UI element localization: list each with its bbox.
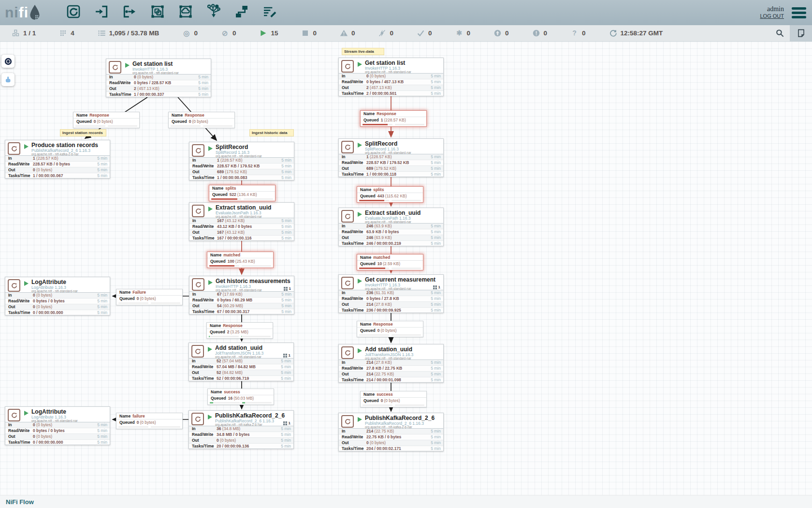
processor-type-icon (341, 277, 354, 289)
template-toolbar-button[interactable] (234, 5, 249, 20)
stat-row-out: Out 689 (179.52 KB) 5 min (189, 169, 294, 175)
stat-row-out: Out 0 (0 bytes) 5 min (339, 440, 443, 446)
object-threshold-bar (118, 426, 148, 428)
stat-row-in: In 1 (228.57 KB) 5 min (5, 156, 110, 162)
stat-row-tasks-time: Tasks/Time 1 / 00:00:00.337 5 min (106, 92, 211, 98)
funnel-toolbar-button[interactable] (206, 5, 221, 20)
processor-add-station-uuid[interactable]: Add station_uuid JoltTransformJSON 1.16.… (188, 343, 294, 381)
connection-queued-row: Queued443(115.62 KB) (357, 193, 423, 199)
object-threshold-bar (362, 404, 392, 406)
stat-row-in: In 0 (0 bytes) 5 min (5, 422, 110, 428)
processor-get-current-measurement[interactable]: Get current measurement InvokeHTTP 1.16.… (338, 274, 444, 313)
status-queued: 1,095 / 53.78 MB (98, 29, 160, 37)
connection-label-splits[interactable]: Namesplits Queued522(136.4 KB) (209, 185, 276, 201)
processor-bundle: org.apache.nifi - nifi-standard-nar (31, 419, 78, 422)
remote-process-group-toolbar-button[interactable] (178, 5, 193, 20)
stat-row-read-write: Read/Write 228.57 KB / 179.52 KB 5 min (339, 160, 443, 166)
connection-label-success[interactable]: Namesuccess Queued16(50.03 MB) (207, 388, 274, 405)
connection-label-response[interactable]: NameResponse Queued0(0 bytes) (168, 112, 235, 128)
connection-label-matched[interactable]: Namematched Queued100(25.43 KB) (207, 252, 274, 268)
connection-queued-row: Queued0(0 bytes) (73, 119, 139, 125)
canvas-label-ingest-station-records[interactable]: Ingest station records (60, 129, 106, 136)
processor-toolbar-button[interactable] (66, 5, 81, 20)
backpressure-bars (357, 334, 423, 337)
status-value: 4 (71, 30, 74, 37)
status-value: 1 / 1 (23, 30, 36, 37)
status-value: 0 (232, 30, 236, 37)
breadcrumb[interactable]: NiFi Flow (6, 498, 34, 506)
flow-canvas[interactable]: Ingest station recordsIngest historic da… (0, 42, 812, 508)
search-button[interactable] (769, 25, 790, 42)
connection-name-row: Namematched (357, 254, 423, 261)
processor-splitrecord[interactable]: SplitRecord SplitRecord 1.16.3 org.apach… (189, 142, 294, 180)
global-menu-button[interactable] (792, 7, 806, 18)
object-threshold-bar (171, 125, 201, 127)
stat-row-in: In 0 (0 bytes) 5 min (339, 74, 443, 79)
connection-label-response[interactable]: NameResponse Queued2(3.25 MB) (206, 322, 273, 339)
size-threshold-bar (108, 125, 138, 127)
processor-extract-station-uuid[interactable]: Extract station_uuid EvaluateJsonPath 1.… (189, 202, 294, 241)
backpressure-bars (73, 125, 139, 128)
stat-row-read-write: Read/Write 0 bytes / 0 bytes 5 min (5, 299, 110, 304)
stat-row-read-write: Read/Write 57.04 MB / 84.82 MB 5 min (189, 364, 293, 370)
connection-label-splits[interactable]: Namesplits Queued443(115.62 KB) (357, 186, 423, 203)
floating-target-button[interactable] (1, 55, 14, 68)
size-threshold-bar (151, 426, 181, 428)
status-locally-modified-stale: 0 (532, 29, 548, 37)
processor-produce-station-records[interactable]: Produce station records PublishKafkaReco… (5, 140, 110, 179)
status-value: 12:58:27 GMT (621, 30, 663, 37)
stat-row-tasks-time: Tasks/Time 236 / 00:00:09.925 5 min (339, 308, 443, 314)
processor-type-icon (192, 278, 204, 291)
stat-row-read-write: Read/Write 0 bytes / 60.29 MB 5 min (189, 298, 294, 303)
processor-name: Add station_uuid (215, 344, 262, 351)
connection-queued-row: Queued522(136.4 KB) (209, 192, 275, 198)
stat-row-in: In 236 (61.31 KB) 5 min (339, 290, 443, 296)
status-value: 0 (582, 30, 586, 37)
connection-label-response[interactable]: NameResponse Queued0(0 bytes) (73, 112, 140, 128)
backpressure-bars (361, 123, 426, 126)
backpressure-bars (357, 267, 423, 270)
processor-get-station-list[interactable]: Get station list InvokeHTTP 1.16.3 org.a… (106, 59, 211, 97)
processor-get-station-list[interactable]: Get station list InvokeHTTP 1.16.3 org.a… (338, 58, 444, 96)
bulletin-board-button[interactable] (790, 25, 812, 42)
logout-link[interactable]: LOG OUT (760, 13, 784, 20)
status-stopped: 0 (301, 29, 317, 37)
processor-publishkafkarecord-2-6[interactable]: PublishKafkaRecord_2_6 PublishKafkaRecor… (338, 413, 444, 451)
processor-type-icon (192, 144, 204, 157)
processor-splitrecord[interactable]: SplitRecord SplitRecord 1.16.3 org.apach… (338, 138, 444, 177)
running-indicator-icon (358, 279, 362, 284)
processor-get-historic-measurements[interactable]: Get historic measurements InvokeHTTP 1.1… (189, 276, 294, 314)
invalid-icon (340, 29, 348, 37)
connection-label-success[interactable]: Namesuccess Queued0(0 bytes) (360, 391, 427, 407)
connection-label-failure[interactable]: Namefailure Queued0(0 bytes) (116, 413, 183, 429)
processor-publishkafkarecord-2-6[interactable]: PublishKafkaRecord_2_6 PublishKafkaRecor… (188, 410, 294, 449)
floating-hand-button[interactable] (1, 73, 14, 86)
canvas-label-ingest-historic-data[interactable]: Ingest historic data (249, 129, 294, 136)
canvas-label-stream-live-data[interactable]: Stream live-data (342, 48, 384, 55)
stat-row-tasks-time: Tasks/Time 246 / 00:00:00.219 5 min (339, 241, 443, 247)
connection-label-matched[interactable]: Namematched Queued10(2.59 KB) (357, 254, 423, 270)
running-indicator-icon (208, 146, 213, 151)
label-icon (262, 4, 277, 21)
size-threshold-bar (244, 198, 274, 200)
processor-extract-station-uuid[interactable]: Extract station_uuid EvaluateJsonPath 1.… (338, 208, 444, 246)
status-refresh[interactable]: 12:58:27 GMT (609, 29, 663, 37)
stat-row-read-write: Read/Write 228.57 KB / 0 bytes 5 min (5, 162, 110, 167)
processor-name: Get historic measurements (216, 278, 290, 284)
status-value: 0 (428, 30, 432, 37)
processor-add-station-uuid[interactable]: Add station_uuid JoltTransformJSON 1.16.… (338, 344, 444, 383)
process-group-toolbar-button[interactable] (150, 5, 165, 20)
connection-label-failure[interactable]: NameFailure Queued0(0 bytes) (116, 289, 183, 305)
stat-row-read-write: Read/Write 0 bytes / 228.57 KB 5 min (106, 80, 211, 86)
connection-label-response[interactable]: NameResponse Queued0(0 bytes) (357, 321, 423, 337)
input-port-toolbar-button[interactable] (94, 5, 109, 20)
output-port-toolbar-button[interactable] (122, 5, 137, 20)
status-invalid: 0 (340, 29, 355, 37)
current-user: admin (760, 5, 784, 13)
running-indicator-icon (24, 411, 29, 416)
processor-type-icon (341, 210, 354, 223)
connection-label-response[interactable]: NameResponse Queued1(228.57 KB) (360, 110, 427, 127)
processor-logattribute[interactable]: LogAttribute LogAttribute 1.16.3 org.apa… (5, 277, 110, 315)
processor-logattribute[interactable]: LogAttribute LogAttribute 1.16.3 org.apa… (5, 406, 110, 445)
label-toolbar-button[interactable] (262, 5, 277, 20)
